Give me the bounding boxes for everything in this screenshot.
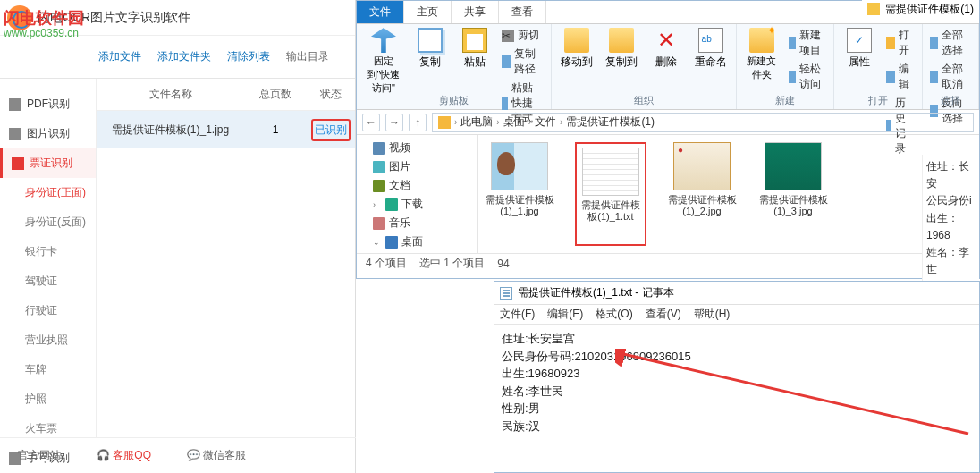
preview-line: 住址：长安 — [926, 158, 976, 192]
easy-access-button[interactable]: 轻松访问 — [789, 62, 826, 92]
nav-up-button[interactable]: ↑ — [409, 114, 427, 131]
delete-icon: ✕ — [654, 28, 679, 53]
copy-path-button[interactable]: 复制路径 — [502, 46, 544, 77]
select-all-icon — [930, 37, 939, 49]
add-file-button[interactable]: 添加文件 — [98, 49, 141, 64]
tree-video[interactable]: 视频 — [357, 139, 477, 157]
footer-qq-link[interactable]: 🎧 客服QQ — [97, 448, 151, 463]
notepad-menu-bar: 文件(F) 编辑(E) 格式(O) 查看(V) 帮助(H) — [494, 305, 979, 325]
notepad-title-bar[interactable]: 需提供证件模板(1)_1.txt - 记事本 — [494, 282, 979, 305]
tab-share[interactable]: 共享 — [452, 1, 499, 23]
breadcrumb-pc[interactable]: 此电脑 — [460, 114, 493, 130]
nav-forward-button[interactable]: → — [385, 114, 403, 131]
col-pages[interactable]: 总页数 — [244, 87, 307, 102]
new-item-button[interactable]: 新建项目 — [789, 28, 826, 58]
new-item-icon — [789, 37, 797, 49]
cut-button[interactable]: ✂剪切 — [502, 28, 544, 43]
delete-button[interactable]: ✕删除 — [648, 28, 684, 70]
tree-downloads[interactable]: ›下载 — [357, 195, 477, 214]
file-explorer-window: 需提供证件模板(1) 文件 主页 共享 查看 固定到"快速访问" 复制 粘贴 ✂… — [356, 0, 980, 279]
ocr-file-list: 文件名称 总页数 状态 需提供证件模板(1)_1.jpg 1 已识别 — [97, 79, 355, 437]
sidebar-sub-vehicle[interactable]: 行驶证 — [0, 296, 96, 325]
select-none-icon — [930, 71, 939, 83]
sidebar-sub-plate[interactable]: 车牌 — [0, 355, 96, 384]
nav-back-button[interactable]: ← — [362, 114, 380, 131]
copy-to-button[interactable]: 复制到 — [604, 28, 639, 70]
col-filename[interactable]: 文件名称 — [97, 87, 244, 102]
explorer-status-bar: 4 个项目 选中 1 个项目 94 — [357, 253, 979, 273]
sidebar-item-ticket[interactable]: 票证识别 — [0, 148, 96, 178]
menu-help[interactable]: 帮助(H) — [694, 307, 731, 322]
tab-file[interactable]: 文件 — [357, 1, 404, 23]
file-item-txt[interactable]: 需提供证件模板(1)_1.txt — [575, 142, 646, 246]
notepad-content[interactable]: 住址:长安皇宫 公民身份号码:210203196809236015 出生:196… — [494, 325, 979, 440]
move-to-button[interactable]: 移动到 — [559, 28, 595, 70]
breadcrumb-desktop[interactable]: 桌面 — [503, 114, 525, 130]
ocr-toolbar: 添加文件 添加文件夹 清除列表 输出目录 — [0, 36, 355, 79]
select-none-button[interactable]: 全部取消 — [930, 62, 971, 92]
tab-view[interactable]: 查看 — [499, 1, 546, 23]
footer-site-link[interactable]: 官方网站 — [18, 448, 61, 463]
breadcrumb-folder[interactable]: 需提供证件模板(1) — [566, 114, 655, 130]
rename-button[interactable]: 重命名 — [693, 28, 729, 70]
address-bar-row: ← → ↑ › 此电脑› 桌面› 文件› 需提供证件模板(1) — [357, 110, 979, 135]
group-organize-label: 组织 — [559, 94, 729, 107]
ocr-footer: 官方网站 🎧 客服QQ 💬 微信客服 — [0, 437, 356, 473]
file-name-label: 需提供证件模板(1)_1.jpg — [484, 194, 555, 217]
thumbnail-card — [765, 142, 822, 190]
col-status[interactable]: 状态 — [307, 87, 355, 102]
add-folder-button[interactable]: 添加文件夹 — [157, 49, 211, 64]
sidebar-sub-passport[interactable]: 护照 — [0, 384, 96, 414]
footer-wechat-link[interactable]: 💬 微信客服 — [187, 448, 246, 463]
cell-filename: 需提供证件模板(1)_1.jpg — [97, 122, 244, 138]
ticket-icon — [12, 157, 24, 170]
address-bar[interactable]: › 此电脑› 桌面› 文件› 需提供证件模板(1) — [432, 113, 974, 132]
tree-music[interactable]: 音乐 — [357, 214, 477, 232]
sidebar-sub-id-front[interactable]: 身份证(正面) — [0, 178, 96, 207]
tree-desktop[interactable]: ⌄桌面 — [357, 232, 477, 251]
properties-button[interactable]: 属性 — [841, 28, 877, 70]
output-dir-label: 输出目录 — [286, 49, 329, 64]
sidebar-item-pdf[interactable]: PDF识别 — [0, 89, 96, 119]
sidebar-sub-bank[interactable]: 银行卡 — [0, 237, 96, 266]
sidebar-sub-drive[interactable]: 驾驶证 — [0, 266, 96, 296]
status-badge-recognized[interactable]: 已识别 — [311, 119, 351, 141]
copy-button[interactable]: 复制 — [412, 28, 448, 70]
notepad-icon — [500, 287, 512, 300]
ocr-sidebar: PDF识别 图片识别 票证识别 身份证(正面) 身份证(反面) 银行卡 驾驶证 … — [0, 79, 97, 437]
sidebar-item-image[interactable]: 图片识别 — [0, 119, 96, 148]
file-name-label: 需提供证件模板(1)_1.txt — [580, 199, 641, 223]
sidebar-sub-id-back[interactable]: 身份证(反面) — [0, 207, 96, 237]
clear-list-button[interactable]: 清除列表 — [227, 49, 270, 64]
notepad-title: 需提供证件模板(1)_1.txt - 记事本 — [518, 285, 674, 300]
edit-button[interactable]: 编辑 — [886, 62, 915, 92]
file-row[interactable]: 需提供证件模板(1)_1.jpg 1 已识别 — [97, 111, 355, 148]
file-item-jpg1[interactable]: 需提供证件模板(1)_1.jpg — [484, 142, 555, 246]
menu-edit[interactable]: 编辑(E) — [547, 307, 583, 322]
paste-button[interactable]: 粘贴 — [457, 28, 493, 70]
menu-view[interactable]: 查看(V) — [646, 307, 681, 322]
breadcrumb-files[interactable]: 文件 — [535, 114, 556, 130]
menu-file[interactable]: 文件(F) — [500, 307, 535, 322]
group-open-label: 打开 — [841, 94, 915, 107]
folder-icon — [867, 3, 880, 15]
menu-format[interactable]: 格式(O) — [596, 307, 632, 322]
rename-icon — [698, 28, 723, 53]
file-pane[interactable]: 需提供证件模板(1)_1.jpg 需提供证件模板(1)_1.txt 需提供证件模… — [478, 135, 979, 253]
ocr-columns-header: 文件名称 总页数 状态 — [97, 79, 355, 111]
copy-icon — [418, 28, 443, 53]
thumbnail-id-back — [673, 142, 731, 190]
tree-fs[interactable]: FS — [357, 251, 477, 253]
new-folder-button[interactable]: 新建文件夹 — [744, 28, 780, 81]
tree-documents[interactable]: 文档 — [357, 176, 477, 195]
select-all-button[interactable]: 全部选择 — [930, 28, 971, 58]
file-item-jpg3[interactable]: 需提供证件模板(1)_3.jpg — [757, 142, 829, 246]
open-button[interactable]: 打开 — [886, 28, 915, 58]
pin-quick-access-button[interactable]: 固定到"快速访问" — [364, 28, 403, 95]
tree-pictures[interactable]: 图片 — [357, 157, 477, 176]
status-item-count: 4 个项目 — [366, 256, 407, 271]
tab-home[interactable]: 主页 — [404, 1, 452, 23]
sidebar-sub-bizlic[interactable]: 营业执照 — [0, 325, 96, 355]
edit-icon — [886, 71, 895, 83]
file-item-jpg2[interactable]: 需提供证件模板(1)_2.jpg — [666, 142, 738, 246]
